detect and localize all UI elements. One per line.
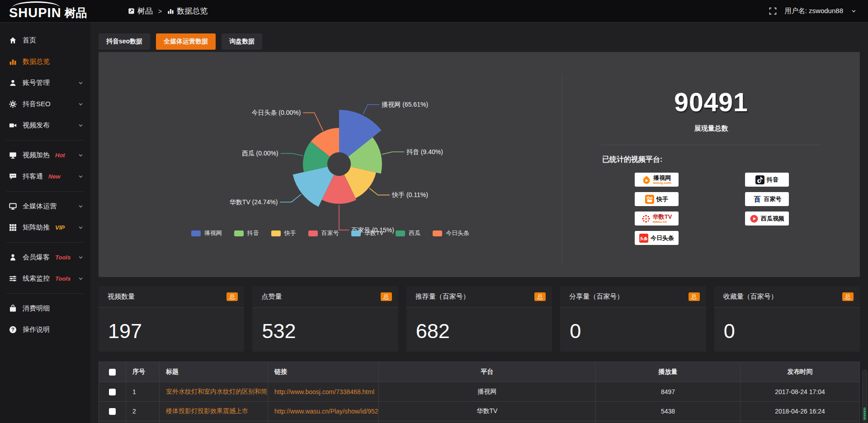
tab-全媒体运营数据[interactable]: 全媒体运营数据: [156, 33, 216, 50]
stat-card-label: 推荐量（百家号）: [415, 292, 470, 301]
row-checkbox[interactable]: [109, 408, 116, 415]
header-platform: 平台: [379, 362, 596, 382]
row-title-link[interactable]: 楼体投影灯投影效果震撼上市: [160, 402, 268, 421]
sidebar-item-矩阵助推[interactable]: 矩阵助推VIP: [0, 217, 90, 238]
pie-label-line: [280, 194, 301, 202]
pie-label-西瓜: 西瓜 (0.00%): [242, 150, 278, 157]
stat-cards-row: 视频数量 总 197 点赞量 总 532 推荐量（百家号） 总 682 分享量（…: [99, 286, 860, 352]
breadcrumb-root[interactable]: 树品: [128, 6, 153, 16]
row-index: 2: [126, 402, 160, 421]
pie-label-快手: 快手 (0.11%): [392, 191, 428, 198]
scrollbar-track[interactable]: [862, 370, 867, 423]
sidebar-item-账号管理[interactable]: 账号管理: [0, 72, 90, 94]
stat-card-label: 点赞量: [261, 292, 282, 301]
chevron-down-icon[interactable]: [78, 153, 83, 158]
sidebar-divider: [6, 293, 84, 294]
sidebar: 首页数据总览账号管理抖音SEO视频发布视频加热Hot抖客通New全媒体运营矩阵助…: [0, 23, 90, 423]
stat-card-value: 197: [99, 308, 244, 343]
chart-small-icon: [167, 8, 174, 14]
legend-item-快手[interactable]: 快手: [271, 229, 296, 237]
chevron-down-icon[interactable]: [78, 225, 83, 230]
total-badge: 总: [842, 292, 854, 301]
row-url-link[interactable]: http://www.wasu.cn/Play/show/id/952...: [268, 402, 379, 421]
row-url-link[interactable]: [268, 421, 379, 423]
header-index: 序号: [126, 362, 160, 382]
main-content: 抖音seo数据全媒体运营数据询盘数据 播视网 (65.61%)抖音 (9.40%…: [90, 23, 868, 423]
sidebar-item-首页[interactable]: 首页: [0, 30, 90, 51]
row-platform: 华数TV: [379, 402, 596, 421]
legend-item-抖音[interactable]: 抖音: [234, 229, 259, 237]
table-row: [99, 421, 859, 423]
stat-card-label: 收藏量（百家号）: [723, 292, 778, 301]
gear-icon: [9, 100, 17, 108]
sidebar-divider: [6, 140, 84, 141]
row-title-link[interactable]: 室外水纹灯和室内水纹灯的区别和简介: [160, 382, 268, 401]
chevron-down-icon[interactable]: [78, 276, 83, 281]
sidebar-item-操作说明[interactable]: ?操作说明: [0, 319, 90, 340]
sidebar-item-视频加热[interactable]: 视频加热Hot: [0, 145, 90, 166]
legend-item-今日头条[interactable]: 今日头条: [433, 229, 469, 237]
sidebar-item-抖音SEO[interactable]: 抖音SEO: [0, 94, 90, 115]
doc-icon: [128, 8, 135, 14]
sidebar-item-label: 抖音SEO: [23, 100, 51, 108]
chevron-down-icon[interactable]: [78, 102, 83, 107]
legend-label: 快手: [284, 229, 296, 237]
chevron-down-icon[interactable]: [78, 204, 83, 209]
legend-item-华数TV[interactable]: 华数TV: [351, 229, 384, 237]
sidebar-item-label: 视频加热: [23, 151, 50, 160]
sidebar-item-视频发布[interactable]: 视频发布: [0, 115, 90, 136]
logo-text-en: SHUPIN: [9, 6, 61, 19]
sidebar-item-label: 账号管理: [23, 79, 50, 87]
stat-card-value: 0: [714, 308, 860, 343]
sidebar-item-数据总览[interactable]: 数据总览: [0, 51, 90, 72]
chevron-down-icon[interactable]: [78, 123, 83, 128]
horizontal-divider: [601, 145, 821, 145]
row-checkbox[interactable]: [109, 389, 116, 395]
row-plays: 5438: [596, 402, 741, 421]
select-all-checkbox[interactable]: [109, 369, 116, 376]
stat-card-value: 0: [560, 308, 706, 343]
sidebar-item-全媒体运营[interactable]: 全媒体运营: [0, 196, 90, 217]
chart-panel: 播视网 (65.61%)抖音 (9.40%)快手 (0.11%)百家号 (0.1…: [99, 52, 860, 277]
platform-badge-今日头条: 头条今日头条: [635, 231, 679, 245]
pie-label-抖音: 抖音 (9.40%): [406, 148, 443, 155]
monitor-icon: [9, 202, 17, 210]
sidebar-item-消费明细[interactable]: 消费明细: [0, 298, 90, 319]
sidebar-item-badge: New: [48, 173, 61, 180]
grid-icon: [9, 224, 17, 231]
rose-pie-chart[interactable]: 播视网 (65.61%)抖音 (9.40%)快手 (0.11%)百家号 (0.1…: [99, 52, 562, 246]
breadcrumb-current[interactable]: 数据总览: [167, 6, 208, 16]
chat-icon: [9, 173, 17, 180]
chevron-down-icon[interactable]: [78, 80, 83, 85]
svg-text:?: ?: [11, 327, 14, 332]
chevron-down-icon[interactable]: [78, 255, 83, 260]
svg-text:头条: 头条: [640, 236, 648, 241]
tab-询盘数据[interactable]: 询盘数据: [222, 33, 262, 50]
row-url-link[interactable]: http://www.boosj.com/7338468.html: [268, 382, 379, 401]
total-badge: 总: [226, 292, 238, 301]
row-title-link[interactable]: [160, 421, 268, 423]
sidebar-item-会员爆客[interactable]: 会员爆客Tools: [0, 247, 90, 268]
total-impressions-value: 90491: [562, 87, 860, 117]
sidebar-item-线索监控[interactable]: 线索监控Tools: [0, 268, 90, 289]
platform-badge-快手: 快手: [635, 192, 679, 206]
fullscreen-icon[interactable]: [769, 7, 777, 15]
row-index: 1: [126, 382, 160, 401]
table-row: 2 楼体投影灯投影效果震撼上市 http://www.wasu.cn/Play/…: [99, 402, 859, 421]
stat-card-推荐量（百家号）: 推荐量（百家号） 总 682: [406, 286, 552, 352]
chevron-down-icon[interactable]: [851, 9, 856, 14]
username-label[interactable]: 用户名: zswodun88: [785, 7, 843, 15]
tab-抖音seo数据[interactable]: 抖音seo数据: [99, 33, 150, 50]
row-publish-time: [741, 421, 859, 423]
chart-bar-icon: [9, 58, 17, 66]
platforms-title: 已统计的视频平台:: [602, 155, 662, 164]
legend-swatch: [308, 230, 318, 236]
legend-label: 华数TV: [364, 229, 384, 237]
scrollbar-thumb[interactable]: [863, 408, 866, 420]
sidebar-item-抖客通[interactable]: 抖客通New: [0, 166, 90, 187]
legend-item-播视网[interactable]: 播视网: [191, 229, 222, 237]
chart-legend: 播视网抖音快手百家号华数TV西瓜今日头条: [99, 229, 562, 237]
chevron-down-icon[interactable]: [78, 174, 83, 179]
legend-item-百家号[interactable]: 百家号: [308, 229, 339, 237]
legend-item-西瓜[interactable]: 西瓜: [396, 229, 420, 237]
